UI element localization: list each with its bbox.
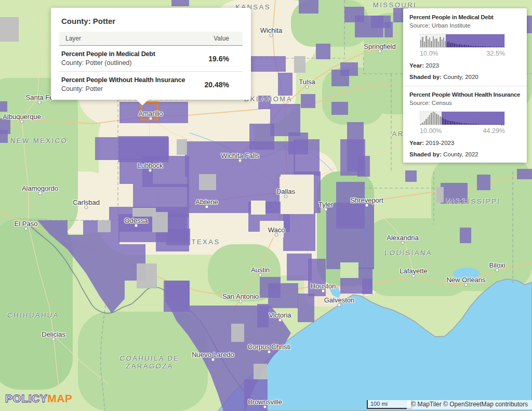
legend-min: 10.0%	[420, 50, 438, 57]
popup-table-header: Layer Value	[59, 32, 243, 46]
layer-sublabel: County: Potter	[61, 85, 185, 92]
legend-max: 44.29%	[483, 127, 505, 135]
county-info-popup: County: Potter Layer Value Percent Peopl…	[51, 8, 251, 100]
legend-histogram	[420, 34, 505, 48]
legend-min: 10.00%	[420, 127, 442, 135]
legend-title: Percent People in Medical Debt	[409, 14, 521, 20]
layer-value: 20.48%	[205, 81, 236, 89]
legend-year: Year: 2023	[409, 62, 521, 69]
legend-shaded-by: Shaded by: County, 2020	[409, 74, 521, 80]
legend-block-health-insurance: Percent People Without Health Insurance …	[409, 91, 521, 157]
map-root: WichitaSpringfieldTulsaSanta FeAlbuquerq…	[0, 0, 532, 411]
legend-max: 32.5%	[487, 50, 505, 57]
legend-histogram	[420, 111, 505, 125]
map-attribution[interactable]: © MapTiler © OpenStreetMap contributors	[407, 400, 532, 409]
legend-title: Percent People Without Health Insurance	[409, 91, 521, 98]
legend-panel: Percent People in Medical Debt Source: U…	[403, 8, 527, 163]
logo-map-text: MAP	[47, 392, 72, 404]
map-scale-bar: 100 mi	[367, 400, 412, 409]
legend-source: Source: Urban Institute	[409, 22, 521, 29]
popup-col-value: Value	[214, 35, 236, 42]
popup-col-layer: Layer	[65, 35, 81, 42]
popup-title: County: Potter	[61, 17, 243, 25]
legend-block-medical-debt: Percent People in Medical Debt Source: U…	[409, 14, 521, 80]
layer-name: Percent People Without Health Insurance	[61, 76, 185, 84]
legend-divider	[403, 86, 527, 86]
logo-policy-text: POLICY	[5, 392, 47, 404]
policymap-logo[interactable]: POLICYMAP	[5, 392, 72, 405]
popup-row-medical-debt: Percent People in Medical Debt County: P…	[59, 46, 243, 72]
layer-sublabel: County: Potter (outlined)	[61, 59, 155, 67]
legend-year: Year: 2019-2023	[409, 140, 521, 146]
legend-range: 10.0% 32.5%	[420, 50, 505, 57]
popup-pointer	[136, 99, 149, 105]
layer-name: Percent People in Medical Debt	[61, 50, 155, 58]
legend-range: 10.00% 44.29%	[420, 127, 505, 135]
legend-source: Source: Census	[409, 100, 521, 106]
layer-value: 19.6%	[208, 55, 236, 63]
popup-table: Layer Value Percent People in Medical De…	[59, 32, 243, 97]
legend-shaded-by: Shaded by: County, 2022	[409, 151, 521, 157]
popup-row-health-insurance: Percent People Without Health Insurance …	[59, 72, 243, 97]
scale-label: 100 mi	[370, 401, 388, 407]
legend-distribution-bars	[420, 112, 504, 125]
legend-distribution-bars	[420, 34, 504, 47]
